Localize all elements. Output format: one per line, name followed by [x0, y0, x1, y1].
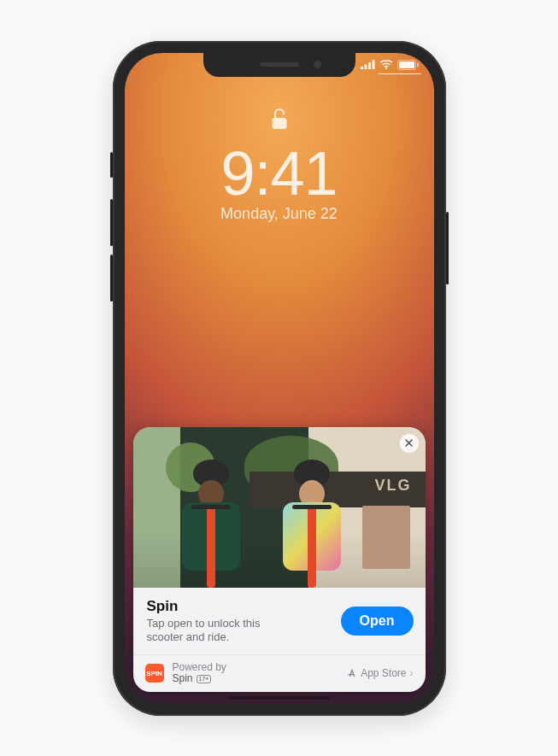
age-rating-badge: 17+ [197, 675, 212, 683]
svg-point-4 [385, 67, 387, 69]
volume-up-button [110, 199, 113, 246]
svg-rect-7 [417, 62, 419, 67]
svg-rect-6 [399, 62, 414, 68]
svg-rect-2 [368, 62, 371, 69]
svg-rect-1 [364, 65, 367, 70]
volume-down-button [110, 255, 113, 302]
app-clip-title: Spin [147, 598, 332, 615]
chevron-right-icon: › [410, 667, 414, 679]
app-store-label: App Store [361, 667, 406, 679]
mute-switch [110, 152, 113, 178]
side-button [446, 212, 449, 284]
status-bar-right [361, 60, 419, 70]
device-frame: 9:41 Monday, June 22 VLG Spin Tap open t… [113, 41, 446, 716]
lock-open-icon [270, 108, 289, 132]
close-button[interactable] [400, 434, 419, 453]
open-button[interactable]: Open [341, 607, 414, 636]
cellular-signal-icon [361, 60, 375, 69]
app-clip-hero-image: VLG [133, 427, 426, 588]
speaker-grille [260, 62, 299, 67]
app-clip-footer: SPIN Powered by Spin 17+ App Store › [133, 654, 426, 691]
powered-by-app-name: Spin [173, 673, 193, 684]
close-icon [405, 439, 413, 447]
app-clip-body: Spin Tap open to unlock this scooter and… [133, 588, 426, 655]
status-underline [379, 73, 421, 75]
lockscreen-time: 9:41 [125, 138, 434, 208]
screen: 9:41 Monday, June 22 VLG Spin Tap open t… [125, 53, 434, 704]
lockscreen-date: Monday, June 22 [125, 205, 434, 223]
wifi-icon [379, 60, 393, 69]
appstore-a-icon [347, 668, 357, 678]
notch [203, 53, 355, 77]
app-store-link[interactable]: App Store › [347, 667, 413, 679]
app-clip-description: Tap open to unlock this scooter and ride… [147, 617, 292, 645]
app-icon: SPIN [145, 664, 164, 683]
front-camera [314, 61, 321, 68]
svg-rect-8 [272, 118, 286, 129]
lockscreen-content: 9:41 Monday, June 22 [125, 108, 434, 223]
svg-rect-0 [361, 67, 363, 69]
battery-icon [397, 60, 419, 70]
home-indicator[interactable] [228, 696, 331, 700]
hero-store-sign: VLG [374, 477, 411, 495]
app-clip-card[interactable]: VLG Spin Tap open to unlock this scooter… [133, 427, 426, 692]
svg-rect-3 [372, 60, 374, 69]
